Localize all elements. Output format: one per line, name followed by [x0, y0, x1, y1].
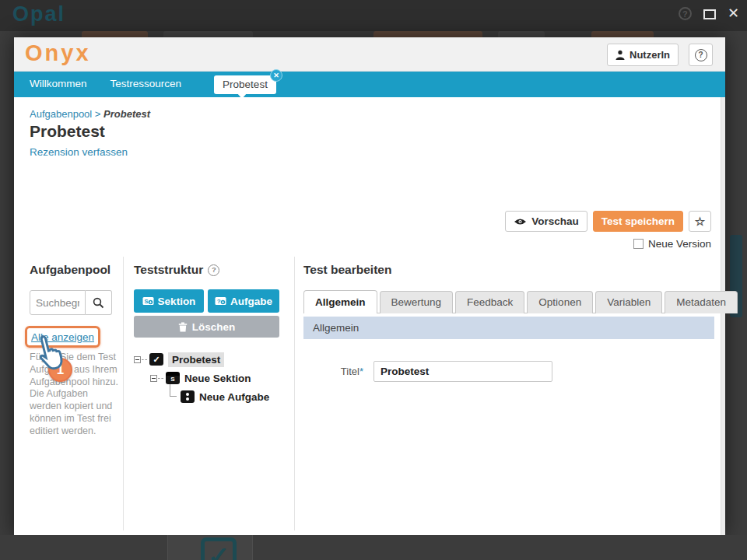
column-divider	[294, 257, 295, 530]
aufgabenpool-panel: Aufgabenpool Alle anzeigen Fügen Sie dem…	[30, 257, 123, 437]
new-version-checkbox[interactable]	[633, 239, 644, 249]
title-label: Titel	[341, 366, 359, 377]
nav-item-testressourcen[interactable]: Testressourcen	[110, 78, 182, 89]
tab-probetest[interactable]: Probetest ✕	[214, 75, 276, 94]
review-link[interactable]: Rezension verfassen	[30, 146, 128, 158]
test-editor-panel: Test bearbeiten Allgemein Bewertung Feed…	[303, 257, 714, 277]
breadcrumb-current: Probetest	[103, 108, 150, 120]
editor-tabs: Allgemein Bewertung Feedback Optionen Va…	[303, 290, 738, 313]
test-check-icon: ✓	[149, 353, 163, 366]
new-version-label: Neue Version	[648, 238, 711, 250]
preview-button[interactable]: Vorschau	[505, 211, 587, 232]
content-area: Aufgabenpool > Probetest Probetest Rezen…	[14, 97, 725, 535]
section-header-allgemein: Allgemein	[303, 317, 714, 339]
add-section-button[interactable]: S Sektion	[134, 289, 204, 313]
maximize-icon[interactable]	[703, 9, 716, 19]
tab-metadaten[interactable]: Metadaten	[665, 291, 738, 313]
search-input[interactable]	[30, 290, 86, 315]
screen: Opal ? ✕ Onyx NutzerIn ? Willkommen Test…	[0, 0, 747, 560]
tab-variablen[interactable]: Variablen	[595, 291, 662, 313]
tree-node-section[interactable]: S Neue Sektion	[134, 369, 289, 387]
column-divider	[123, 257, 124, 530]
opal-logo: Opal	[12, 2, 65, 26]
window-header: Onyx NutzerIn ?	[14, 37, 725, 72]
search-icon	[93, 297, 104, 309]
delete-button[interactable]: Löschen	[134, 316, 279, 338]
teststruktur-help-icon[interactable]: ?	[208, 264, 219, 276]
page-title: Probetest	[30, 122, 105, 141]
trash-icon	[178, 322, 188, 332]
collapse-icon[interactable]	[150, 375, 157, 382]
add-task-button[interactable]: ? Aufgabe	[208, 289, 279, 313]
title-input[interactable]	[374, 361, 552, 382]
test-structure-tree: ✓ Probetest S Neue Sektion Neue Aufgabe	[134, 350, 289, 406]
title-form-row: Titel*	[303, 361, 552, 382]
delete-button-label: Löschen	[192, 321, 236, 333]
tree-node-task-label: Neue Aufgabe	[199, 391, 269, 403]
collapse-icon[interactable]	[134, 356, 141, 363]
favorite-button[interactable]: ☆	[689, 211, 711, 232]
add-task-label: Aufgabe	[230, 296, 272, 307]
save-test-button-label: Test speichern	[601, 215, 675, 227]
dimmed-help-icon: ?	[679, 7, 692, 20]
nav-item-willkommen[interactable]: Willkommen	[30, 78, 87, 89]
section-node-icon: S	[166, 372, 180, 384]
section-icon: S	[142, 296, 154, 306]
tab-feedback[interactable]: Feedback	[455, 291, 524, 313]
tab-optionen[interactable]: Optionen	[527, 291, 593, 313]
tree-connector	[170, 384, 177, 397]
user-button-label: NutzerIn	[630, 49, 670, 61]
breadcrumb: Aufgabenpool > Probetest	[30, 108, 150, 120]
help-button[interactable]: ?	[689, 44, 713, 66]
teststruktur-panel: Teststruktur ? S Sektion ? Aufgabe Lösch…	[134, 257, 289, 406]
search-button[interactable]	[86, 290, 112, 315]
close-icon[interactable]: ✕	[728, 6, 739, 20]
editor-heading: Test bearbeiten	[303, 263, 714, 277]
task-icon: ?	[215, 296, 226, 306]
os-top-bar: Opal ? ✕	[0, 0, 747, 31]
scrollbar-strip[interactable]	[721, 97, 725, 535]
tab-probetest-label: Probetest	[223, 79, 268, 90]
teststruktur-heading: Teststruktur	[134, 263, 203, 277]
onyx-logo: Onyx	[25, 40, 91, 66]
onyx-editor-window: Onyx NutzerIn ? Willkommen Testressource…	[14, 37, 725, 535]
svg-text:S: S	[144, 298, 148, 305]
preview-button-label: Vorschau	[531, 215, 579, 227]
tree-node-task[interactable]: Neue Aufgabe	[134, 387, 289, 406]
task-node-icon	[181, 390, 195, 403]
required-mark: *	[359, 366, 363, 377]
question-icon: ?	[695, 49, 707, 61]
tab-allgemein[interactable]: Allgemein	[303, 290, 377, 313]
breadcrumb-aufgabenpool[interactable]: Aufgabenpool >	[30, 108, 100, 120]
tree-node-test[interactable]: ✓ Probetest	[134, 350, 289, 369]
dimmed-bottom-overlay: ✓	[0, 535, 747, 560]
star-icon: ☆	[695, 215, 705, 229]
save-test-button[interactable]: Test speichern	[593, 211, 683, 232]
eye-icon	[514, 217, 527, 226]
svg-text:?: ?	[217, 298, 221, 305]
tree-node-section-label: Neue Sektion	[184, 373, 251, 384]
main-nav: Willkommen Testressourcen Probetest ✕	[14, 72, 725, 97]
dimmed-background-column: ✓	[167, 535, 253, 560]
tab-close-icon[interactable]: ✕	[270, 69, 282, 82]
user-button[interactable]: NutzerIn	[607, 44, 679, 66]
dimmed-checkbox-icon: ✓	[201, 537, 237, 560]
aufgabenpool-heading: Aufgabenpool	[30, 263, 123, 277]
tab-bewertung[interactable]: Bewertung	[380, 291, 454, 313]
tree-node-test-label: Probetest	[168, 352, 224, 367]
add-section-label: Sektion	[158, 296, 196, 307]
person-icon	[615, 50, 625, 60]
